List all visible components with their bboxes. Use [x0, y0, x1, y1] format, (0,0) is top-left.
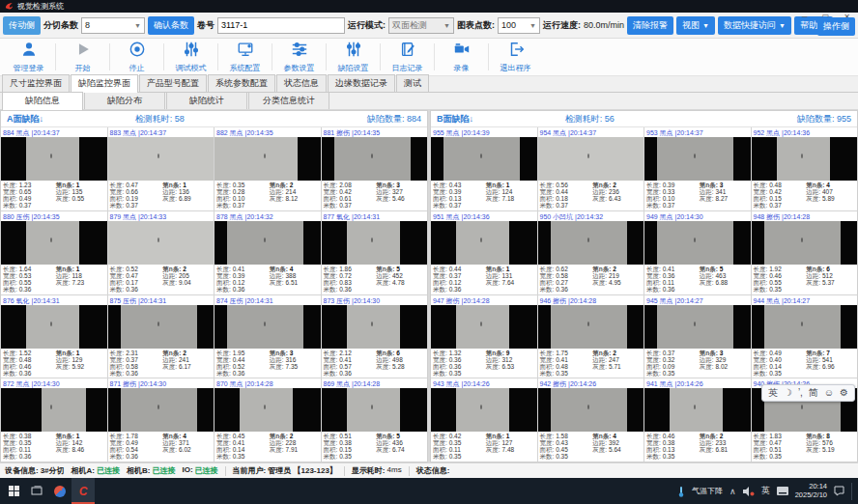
taskbar-app-inspection[interactable]: C — [72, 478, 95, 504]
chart-points-select[interactable]: 100▼ — [498, 17, 540, 34]
defect-cell[interactable]: 872 黑点 |20:14:30长度: 0.38宽度: 0.35面积: 0.11… — [1, 378, 107, 462]
ime-smiley-icon[interactable]: ☺ — [824, 388, 834, 398]
drive-side-button[interactable]: 传动侧 — [3, 16, 41, 35]
defect-cell[interactable]: 873 压伤 |20:14:30长度: 2.12宽度: 0.41面积: 0.57… — [322, 295, 428, 378]
ribbon-button-debug-sliders[interactable]: 调试模式 — [164, 41, 217, 73]
defect-strip-index: 第n条: 4 — [592, 433, 642, 439]
panel-title[interactable]: B面缺陷↓ — [437, 113, 473, 126]
defect-cell[interactable]: 947 擦伤 |20:14:28长度: 1.32宽度: 0.36面积: 0.36… — [431, 295, 537, 378]
defect-gray-level: 灰度: 8.27 — [700, 195, 749, 202]
defect-cell[interactable]: 875 压伤 |20:14:31长度: 2.31宽度: 0.37面积: 0.58… — [108, 295, 214, 378]
defect-gray-level: 灰度: 4.95 — [592, 279, 642, 286]
main-tab-6[interactable]: 测试 — [396, 74, 429, 92]
clear-alarm-button[interactable]: 清除报警 — [627, 16, 673, 35]
defect-cell[interactable]: 943 黑点 |20:14:26长度: 0.42宽度: 0.35面积: 0.11… — [431, 378, 537, 462]
defect-cell[interactable]: 874 压伤 |20:14:31长度: 1.95宽度: 0.44面积: 0.52… — [214, 295, 321, 378]
defect-cell[interactable]: 944 黑点 |20:14:27长度: 0.49宽度: 0.40面积: 0.14… — [752, 295, 858, 378]
defect-cell[interactable]: 869 黑点 |20:14:28长度: 0.51宽度: 0.38面积: 0.15… — [322, 378, 428, 462]
defect-area: 面积: 0.12 — [433, 279, 486, 286]
main-tab-1[interactable]: 缺陷监控界面 — [71, 74, 138, 93]
main-tab-2[interactable]: 产品型号配置 — [139, 74, 207, 92]
defect-cell[interactable]: 951 黑点 |20:14:36长度: 0.44宽度: 0.37面积: 0.12… — [431, 211, 537, 294]
sub-tab-2[interactable]: 缺陷统计 — [166, 92, 247, 109]
tray-expand-icon[interactable]: ∧ — [729, 487, 736, 496]
defect-cell[interactable]: 950 小凹坑 |20:14:32长度: 0.62宽度: 0.58面积: 0.2… — [538, 211, 644, 294]
panel-title[interactable]: A面缺陷↓ — [7, 113, 43, 126]
defect-cell[interactable]: 870 黑点 |20:14:28长度: 0.45宽度: 0.41面积: 0.14… — [214, 378, 321, 462]
defect-cell-header: 948 擦伤 |20:14:28 — [752, 211, 858, 221]
defect-length: 长度: 0.56 — [540, 182, 593, 188]
ribbon-button-camera[interactable]: 录像 — [435, 41, 488, 73]
ime-moon-icon[interactable]: ☽ — [784, 388, 792, 398]
roll-number-input[interactable] — [217, 17, 345, 34]
taskbar-clock[interactable]: 20:14 2025/2/10 — [795, 483, 827, 499]
ime-language-indicator[interactable]: 英 — [761, 485, 770, 497]
defect-cell[interactable]: 877 氧化 |20:14:31长度: 1.86宽度: 0.72面积: 0.83… — [322, 211, 428, 294]
defect-cell[interactable]: 881 擦伤 |20:14:35长度: 2.08宽度: 0.42面积: 0.61… — [322, 127, 428, 210]
defect-width: 宽度: 0.72 — [324, 272, 377, 279]
main-tab-5[interactable]: 边缘数据记录 — [328, 74, 395, 92]
defect-cell[interactable]: 884 黑点 |20:14:37长度: 1.23宽度: 0.65面积: 0.49… — [1, 127, 107, 210]
run-mode-select[interactable]: 双面检测▼ — [388, 17, 454, 34]
defect-width: 宽度: 0.36 — [433, 356, 486, 363]
ribbon-button-params-sliders[interactable]: 参数设置 — [272, 41, 326, 73]
defect-cell-meta: 长度: 1.92宽度: 0.46面积: 0.55米数: 0.35第n条: 6边距… — [752, 265, 858, 294]
defect-strip-index: 第n条: 9 — [486, 350, 535, 356]
defect-cell[interactable]: 941 黑点 |20:14:26长度: 0.46宽度: 0.38面积: 0.13… — [644, 378, 751, 462]
minimize-button[interactable]: ─ — [802, 13, 808, 22]
ime-punctuation-icon[interactable]: ’, — [798, 388, 803, 398]
keyboard-icon[interactable] — [777, 487, 788, 495]
weather-text[interactable]: 气温下降 — [692, 486, 723, 496]
ribbon-button-defect-sliders[interactable]: 缺陷设置 — [327, 41, 380, 73]
ime-simplified-icon[interactable]: 简 — [809, 388, 818, 398]
defect-cell[interactable]: 955 黑点 |20:14:39长度: 0.43宽度: 0.39面积: 0.13… — [431, 127, 537, 210]
browser-icon — [54, 486, 66, 497]
main-tab-3[interactable]: 系统参数配置 — [208, 74, 275, 92]
defect-cell[interactable]: 876 氧化 |20:14:31长度: 1.52宽度: 0.48面积: 0.46… — [1, 295, 107, 378]
ribbon-button-exit[interactable]: 退出程序 — [489, 41, 542, 73]
defect-cell[interactable]: 871 擦伤 |20:14:30长度: 1.78宽度: 0.49面积: 0.54… — [108, 378, 214, 462]
defect-cell[interactable]: 946 擦伤 |20:14:28长度: 1.75宽度: 0.41面积: 0.48… — [538, 295, 644, 378]
defect-cell[interactable]: 883 黑点 |20:14:37长度: 0.47宽度: 0.66面积: 0.19… — [108, 127, 214, 210]
toolbar-menu-button[interactable]: 数据快捷访问▼ — [718, 16, 791, 35]
sub-tab-1[interactable]: 缺陷分布 — [84, 92, 165, 109]
defect-cell[interactable]: 879 黑点 |20:14:33长度: 0.52宽度: 0.47面积: 0.17… — [108, 211, 214, 294]
ribbon-button-stop[interactable]: 停止 — [110, 41, 163, 73]
defect-area: 面积: 0.12 — [216, 279, 270, 286]
ribbon-button-log[interactable]: 日志记录 — [381, 41, 434, 73]
ribbon-button-monitor[interactable]: 系统配置 — [218, 41, 272, 73]
main-tab-4[interactable]: 状态信息 — [276, 74, 327, 92]
ribbon-button-user[interactable]: 管理登录 — [2, 41, 55, 73]
defect-cell[interactable]: 949 黑点 |20:14:30长度: 0.41宽度: 0.36面积: 0.11… — [644, 211, 751, 294]
defect-cell[interactable]: 942 擦伤 |20:14:26长度: 1.58宽度: 0.43面积: 0.45… — [538, 378, 644, 462]
main-tab-0[interactable]: 尺寸监控界面 — [2, 74, 70, 92]
defect-length: 长度: 0.41 — [216, 266, 270, 272]
taskbar-app-browser[interactable] — [48, 478, 72, 504]
defect-cell[interactable]: 953 黑点 |20:14:37长度: 0.39宽度: 0.33面积: 0.10… — [644, 127, 751, 210]
toolbar-menu-button[interactable]: 视图▼ — [676, 16, 715, 35]
slit-count-select[interactable]: 8▼ — [81, 17, 145, 34]
defect-cell[interactable]: 954 黑点 |20:14:37长度: 0.56宽度: 0.44面积: 0.18… — [538, 127, 644, 210]
operator-side-button[interactable]: 操作侧 — [817, 17, 855, 36]
task-view-button[interactable] — [25, 478, 48, 504]
notification-center-icon[interactable] — [834, 486, 844, 496]
confirm-count-button[interactable]: 确认条数 — [148, 16, 194, 35]
defect-cell[interactable]: 882 黑点 |20:14:35长度: 0.35宽度: 0.28面积: 0.10… — [214, 127, 321, 210]
defect-cell[interactable]: 952 黑点 |20:14:36长度: 0.48宽度: 0.42面积: 0.15… — [752, 127, 858, 210]
show-desktop-button[interactable] — [851, 483, 852, 500]
defect-width: 宽度: 0.41 — [324, 356, 377, 363]
defect-cell-meta: 长度: 0.52宽度: 0.47面积: 0.17米数: 0.36第n条: 2边距… — [108, 265, 214, 294]
sub-tab-0[interactable]: 缺陷信息 — [2, 92, 83, 110]
ime-settings-icon[interactable]: ⚙ — [840, 388, 848, 398]
volume-muted-icon[interactable] — [743, 487, 755, 496]
defect-cell[interactable]: 878 黑点 |20:14:32长度: 0.41宽度: 0.39面积: 0.12… — [214, 211, 321, 294]
sub-tab-3[interactable]: 分类信息统计 — [248, 92, 329, 109]
defect-cell[interactable]: 948 擦伤 |20:14:28长度: 1.92宽度: 0.46面积: 0.55… — [752, 211, 858, 294]
start-menu-button[interactable] — [2, 478, 25, 504]
defect-cell[interactable]: 945 黑点 |20:14:27长度: 0.37宽度: 0.32面积: 0.09… — [644, 295, 751, 378]
ime-english-icon[interactable]: 英 — [768, 388, 778, 398]
ribbon-button-play[interactable]: 开始 — [56, 41, 109, 73]
defect-cell[interactable]: 880 压伤 |20:14:35长度: 1.64宽度: 0.53面积: 0.55… — [1, 211, 107, 294]
defect-width: 宽度: 0.37 — [110, 356, 163, 363]
status-segment: 相机A:已连接 — [72, 465, 120, 476]
